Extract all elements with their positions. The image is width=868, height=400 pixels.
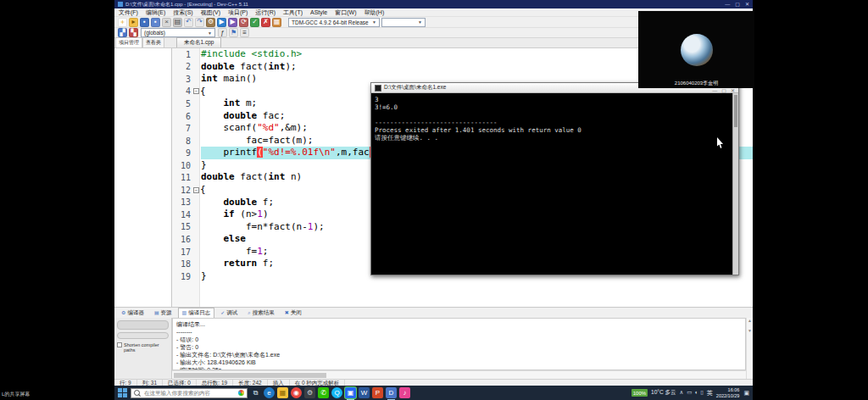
word-icon[interactable]: W bbox=[359, 387, 370, 398]
taskbar-app-icons: ⧉e▦◉⚙✆Q▣WPD♪ bbox=[250, 387, 410, 398]
powerpoint-icon[interactable]: P bbox=[372, 387, 383, 398]
display-icon[interactable]: ▭ bbox=[687, 390, 692, 396]
editor-tab[interactable]: 未命名1.cpp bbox=[176, 37, 221, 47]
menu-item[interactable]: 运行(R) bbox=[255, 8, 275, 17]
music-icon[interactable]: ♪ bbox=[399, 387, 410, 398]
sidebar-tab[interactable]: 项目管理 bbox=[115, 37, 142, 47]
rebuild-all-icon[interactable]: ⟳ bbox=[239, 18, 248, 27]
insert-snippet-icon[interactable]: ≡ bbox=[240, 28, 249, 37]
console-window[interactable]: D:\文件\桌面\未命名1.exe —▢✕ 33!=6.0-----------… bbox=[370, 82, 739, 275]
task-view-icon[interactable]: ⧉ bbox=[250, 387, 261, 398]
stop-icon[interactable]: ✗ bbox=[261, 18, 270, 27]
battery-percent-badge[interactable]: 100% bbox=[632, 389, 648, 397]
fold-marker-icon[interactable]: − bbox=[193, 88, 199, 94]
compile-icon[interactable]: ⚙ bbox=[206, 18, 215, 27]
settings-icon[interactable]: ⚙ bbox=[304, 387, 315, 398]
menu-item[interactable]: 视图(V) bbox=[201, 8, 220, 17]
start-button[interactable] bbox=[117, 387, 128, 398]
tab-icon: ▤ bbox=[154, 310, 159, 315]
notification-center-icon[interactable]: ▣ bbox=[743, 390, 749, 397]
code-token: return bbox=[224, 258, 258, 269]
globals-select[interactable]: (globals) ▼ bbox=[141, 28, 215, 37]
fold-marker-icon[interactable]: − bbox=[193, 187, 199, 193]
bottom-tab-资源[interactable]: ▤资源 bbox=[150, 308, 176, 319]
class-browser-icon[interactable]: ▞ bbox=[118, 28, 127, 37]
menu-item[interactable]: AStyle bbox=[310, 9, 327, 15]
print-icon[interactable]: ▤ bbox=[173, 18, 182, 27]
compile-log[interactable]: 编译结果...--------- 错误: 0- 警告: 0- 输出文件名: D:… bbox=[172, 318, 746, 370]
debug-icon[interactable]: ✓ bbox=[250, 18, 259, 27]
abort-compile-button[interactable] bbox=[117, 320, 169, 330]
project-panel[interactable] bbox=[114, 48, 172, 307]
build-config-select[interactable]: ▼ bbox=[381, 18, 426, 27]
search-highlights-icon[interactable] bbox=[238, 390, 244, 396]
bottom-tab-编译日志[interactable]: ▥编译日志 bbox=[178, 308, 215, 319]
menu-item[interactable]: 编辑(E) bbox=[146, 8, 165, 17]
log-vertical-scrollbar[interactable]: ▲▼ bbox=[746, 318, 753, 379]
qq-icon[interactable]: Q bbox=[331, 387, 342, 398]
menu-item[interactable]: 帮助(H) bbox=[364, 8, 385, 17]
chrome-icon[interactable]: ◉ bbox=[291, 387, 302, 398]
log-line: -------- bbox=[176, 328, 742, 336]
debug-view-icon[interactable]: ▚ bbox=[129, 28, 138, 37]
scrollbar-thumb[interactable] bbox=[734, 95, 737, 127]
minimize-icon[interactable]: — bbox=[712, 88, 717, 93]
console-output[interactable]: 33!=6.0--------------------------------P… bbox=[371, 93, 732, 275]
weather-widget[interactable]: 10°C 多云 bbox=[651, 389, 676, 397]
line-number: 8 bbox=[172, 136, 192, 146]
save-all-icon[interactable]: ▪ bbox=[151, 18, 160, 27]
bookmark-icon[interactable]: ⚑ bbox=[229, 28, 238, 37]
undo-icon[interactable]: ↶ bbox=[184, 18, 193, 27]
minimize-icon[interactable]: — bbox=[725, 0, 730, 8]
search-input[interactable] bbox=[142, 389, 236, 397]
menu-item[interactable]: 工具(T) bbox=[283, 8, 303, 17]
run-icon[interactable]: ▶ bbox=[217, 18, 226, 27]
shorten-paths-checkbox[interactable] bbox=[117, 342, 122, 347]
console-scrollbar[interactable] bbox=[732, 93, 738, 275]
taskbar-clock[interactable]: 16:06 2022/10/29 bbox=[716, 387, 740, 398]
sidebar-tab[interactable]: 查看类 bbox=[142, 37, 164, 47]
compile-run-icon[interactable]: ▶ bbox=[228, 18, 237, 27]
taskbar: ⧉e▦◉⚙✆Q▣WPD♪ 100% 10°C 多云 ∧ ▭◖▯ 英 16:06 … bbox=[114, 386, 753, 400]
webcam-overlay[interactable]: 2106040203李金明 bbox=[638, 11, 754, 88]
menu-item[interactable]: 项目(P) bbox=[228, 8, 248, 17]
goto-function-icon[interactable]: ƒ bbox=[218, 28, 227, 37]
battery-icon[interactable]: ▯ bbox=[700, 390, 704, 396]
open-icon[interactable]: ▸ bbox=[129, 18, 138, 27]
close-icon[interactable]: ✕ bbox=[731, 88, 735, 93]
bottom-tab-搜索结果[interactable]: ⌕搜索结果 bbox=[243, 308, 278, 319]
taskbar-search[interactable] bbox=[131, 388, 248, 398]
bottom-tab-关闭[interactable]: ✖关闭 bbox=[281, 308, 306, 319]
volume-icon[interactable]: ◖ bbox=[694, 390, 698, 396]
bottom-tabs: ⚙编译器▤资源▥编译日志✓调试⌕搜索结果✖关闭 bbox=[114, 308, 753, 318]
meeting-icon[interactable]: ▣ bbox=[345, 387, 356, 398]
close-file-icon[interactable]: × bbox=[162, 18, 171, 27]
code-token: 1 bbox=[257, 208, 263, 219]
edge-icon[interactable]: e bbox=[264, 387, 275, 398]
new-file-icon[interactable]: ＋ bbox=[118, 18, 127, 27]
maximize-icon[interactable]: ▢ bbox=[735, 0, 740, 8]
log-horizontal-scrollbar[interactable] bbox=[172, 370, 746, 379]
scrollbar-thumb[interactable] bbox=[174, 373, 326, 378]
ime-indicator[interactable]: 英 bbox=[707, 389, 713, 397]
save-icon[interactable]: ▪ bbox=[140, 18, 149, 27]
redo-icon[interactable]: ↷ bbox=[195, 18, 204, 27]
menu-item[interactable]: 文件(F) bbox=[119, 8, 138, 17]
maximize-icon[interactable]: ▢ bbox=[721, 88, 726, 93]
devcpp-titlebar[interactable]: D:\文件\桌面\未命名1.cpp - [Executing] - Dev-C+… bbox=[114, 0, 753, 8]
shorten-paths-option[interactable]: Shorten compiler paths bbox=[117, 342, 169, 353]
file-explorer-icon[interactable]: ▦ bbox=[277, 387, 288, 398]
bottom-tab-编译器[interactable]: ⚙编译器 bbox=[117, 308, 148, 319]
profile-icon[interactable]: ▦ bbox=[272, 18, 281, 27]
console-line: 3 bbox=[375, 96, 729, 103]
bottom-tab-调试[interactable]: ✓调试 bbox=[216, 308, 242, 319]
compiler-select[interactable]: TDM-GCC 4.9.2 64-bit Release ▼ bbox=[288, 18, 380, 27]
close-icon[interactable]: ✕ bbox=[745, 0, 749, 8]
wechat-icon[interactable]: ✆ bbox=[318, 387, 329, 398]
menu-item[interactable]: 窗口(W) bbox=[335, 8, 356, 17]
code-token: "%d" bbox=[257, 122, 280, 133]
menu-item[interactable]: 搜索(S) bbox=[173, 8, 192, 17]
devcpp-icon[interactable]: D bbox=[386, 387, 397, 398]
hidden-icons-caret[interactable]: ∧ bbox=[679, 390, 683, 396]
code-token bbox=[201, 197, 224, 208]
